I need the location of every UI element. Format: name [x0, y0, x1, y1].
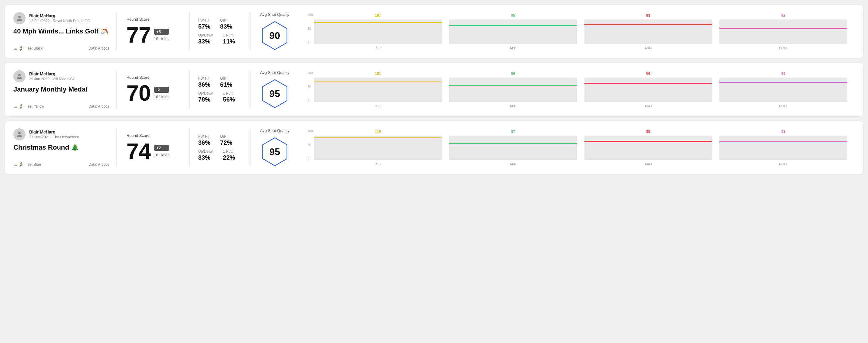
- chart-value-ott: 110: [375, 129, 381, 134]
- gir-stat: GIR 72%: [220, 134, 232, 146]
- user-meta: 27 Dec 2021 · The Oxfordshire: [29, 135, 79, 139]
- tee-label: Tee: Blue: [26, 162, 41, 167]
- fw-hit-label: FW Hit: [198, 76, 210, 81]
- chart-line-putt: [719, 142, 847, 142]
- chart-value-arg: 95: [646, 129, 650, 134]
- score-holes: 18 Holes: [154, 36, 169, 41]
- score-number: 70: [126, 82, 151, 104]
- chart-column-arg: 96 ARG: [584, 71, 712, 108]
- chart-xlabel-arg: ARG: [645, 162, 652, 166]
- user-icon: [16, 73, 23, 80]
- fw-hit-stat: FW Hit 57%: [198, 18, 210, 30]
- chart-value-arg: 98: [646, 13, 650, 18]
- chart-line-app: [449, 85, 577, 86]
- card-footer: ☁ 🏌 Tee: Yellow Data: Arccos: [13, 104, 109, 109]
- one-putt-stat: 1 Putt 56%: [223, 91, 235, 103]
- chart-column-putt: 93 PUTT: [719, 129, 847, 166]
- user-meta: 12 Feb 2022 · Royal North Devon GC: [29, 19, 90, 23]
- user-info: Blair McHarg 27 Dec 2021 · The Oxfordshi…: [29, 129, 79, 139]
- chart-value-ott: 101: [375, 71, 381, 76]
- one-putt-stat: 1 Putt 11%: [223, 33, 235, 45]
- chart-xlabel-app: APP: [510, 162, 517, 166]
- chart-column-ott: 107 OTT: [314, 13, 442, 50]
- score-badge-group: -2 18 Holes: [154, 87, 169, 99]
- weather-icon: ☁ 🏌: [13, 104, 24, 109]
- fw-hit-value: 86%: [198, 81, 210, 88]
- one-putt-label: 1 Putt: [223, 33, 235, 37]
- chart-bar-putt: [719, 77, 847, 102]
- chart-column-arg: 95 ARG: [584, 129, 712, 166]
- chart-column-putt: 99 PUTT: [719, 71, 847, 108]
- round-score-label: Round Score: [126, 133, 180, 138]
- weather-icon: ☁ 🏌: [13, 162, 24, 167]
- user-row: Blair McHarg 27 Dec 2021 · The Oxfordshi…: [13, 128, 109, 141]
- round-title: 40 Mph Winds... Links Golf 🪃: [13, 27, 109, 35]
- score-number: 74: [126, 140, 151, 162]
- chart-bar-arg: [584, 136, 712, 160]
- chart-bar-app: [449, 77, 577, 102]
- user-row: Blair McHarg 29 Jan 2022 · Mill Ride GCC: [13, 70, 109, 83]
- chart-bar-arg: [584, 77, 712, 102]
- user-name: Blair McHarg: [29, 13, 90, 18]
- user-icon: [16, 14, 23, 22]
- chart-value-putt: 82: [781, 13, 785, 18]
- chart-value-ott: 107: [375, 13, 381, 18]
- chart-line-putt: [719, 82, 847, 83]
- chart-bar-putt: [719, 20, 847, 44]
- chart-column-ott: 101 OTT: [314, 71, 442, 108]
- round-title: Christmas Round 🎄: [13, 144, 109, 151]
- up-down-value: 33%: [198, 154, 213, 161]
- round-card-3: Blair McHarg 27 Dec 2021 · The Oxfordshi…: [5, 121, 863, 174]
- quality-label: Avg Shot Quality: [260, 128, 289, 133]
- one-putt-label: 1 Putt: [223, 91, 235, 95]
- card-left-3: Blair McHarg 27 Dec 2021 · The Oxfordshi…: [13, 128, 117, 167]
- one-putt-stat: 1 Putt 22%: [223, 149, 235, 161]
- data-source: Data: Arccos: [89, 104, 109, 108]
- data-source: Data: Arccos: [89, 162, 109, 167]
- stats-row-top: FW Hit 57% GIR 83%: [198, 18, 242, 30]
- fw-hit-stat: FW Hit 36%: [198, 134, 210, 146]
- chart-xlabel-app: APP: [510, 104, 517, 108]
- one-putt-value: 22%: [223, 154, 235, 161]
- score-badge-group: +5 18 Holes: [154, 29, 169, 41]
- quality-label: Avg Shot Quality: [260, 70, 289, 75]
- gir-value: 61%: [220, 81, 232, 88]
- score-holes: 18 Holes: [154, 153, 169, 157]
- gir-value: 83%: [220, 23, 232, 30]
- score-section: Round Score 70 -2 18 Holes: [117, 70, 190, 109]
- score-section: Round Score 77 +5 18 Holes: [117, 12, 190, 51]
- chart-column-putt: 82 PUTT: [719, 13, 847, 50]
- up-down-label: Up/Down: [198, 91, 213, 95]
- avatar: [13, 12, 26, 24]
- chart-column-arg: 98 ARG: [584, 13, 712, 50]
- user-info: Blair McHarg 12 Feb 2022 · Royal North D…: [29, 13, 90, 23]
- score-row: 77 +5 18 Holes: [126, 24, 180, 46]
- score-row: 74 +2 18 Holes: [126, 140, 180, 162]
- avatar: [13, 70, 26, 83]
- card-footer: ☁ 🏌 Tee: Blue Data: Arccos: [13, 162, 109, 167]
- chart-xlabel-arg: ARG: [645, 104, 652, 108]
- chart-line-ott: [314, 22, 442, 23]
- svg-point-0: [18, 16, 21, 18]
- one-putt-value: 11%: [223, 38, 235, 45]
- chart-column-app: 95 APP: [449, 13, 577, 50]
- score-number: 77: [126, 24, 151, 46]
- chart-line-arg: [584, 141, 712, 142]
- chart-xlabel-ott: OTT: [375, 162, 381, 166]
- tee-info: ☁ 🏌 Tee: Blue: [13, 162, 41, 167]
- tee-info: ☁ 🏌 Tee: Black: [13, 46, 42, 51]
- chart-bar-ott: [314, 20, 442, 44]
- user-meta: 29 Jan 2022 · Mill Ride GCC: [29, 77, 75, 81]
- quality-label: Avg Shot Quality: [260, 12, 289, 17]
- stats-section: FW Hit 36% GIR 72% Up/Down 33% 1 Putt 22…: [190, 128, 250, 167]
- one-putt-value: 56%: [223, 96, 235, 103]
- score-section: Round Score 74 +2 18 Holes: [117, 128, 190, 167]
- user-icon: [16, 131, 23, 138]
- chart-line-arg: [584, 24, 712, 25]
- chart-xlabel-app: APP: [510, 46, 517, 50]
- hexagon-container: 95: [260, 79, 290, 109]
- chart-line-ott: [314, 82, 442, 83]
- data-source: Data: Arccos: [89, 46, 109, 51]
- hexagon-container: 95: [260, 136, 290, 167]
- up-down-value: 78%: [198, 96, 213, 103]
